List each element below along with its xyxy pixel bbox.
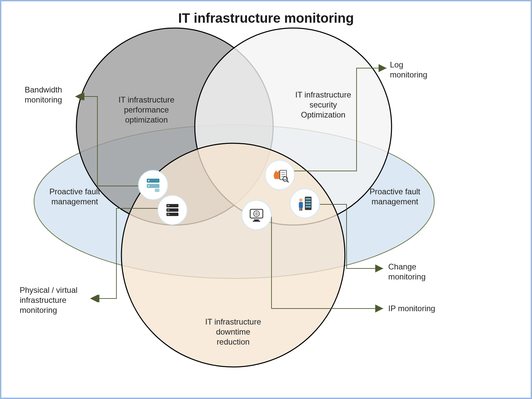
svg-rect-25 <box>306 206 311 208</box>
svg-rect-28 <box>300 208 301 211</box>
callout-change: Changemonitoring <box>388 262 445 282</box>
svg-point-26 <box>299 198 303 202</box>
svg-rect-18 <box>254 219 259 221</box>
label-security: IT infrastructuresecurityOptimization <box>278 90 368 120</box>
server-stack-icon <box>157 195 187 225</box>
svg-rect-27 <box>299 202 303 208</box>
svg-rect-22 <box>306 198 311 200</box>
diagram-frame: IT infrastructure monitoring <box>0 0 532 399</box>
svg-rect-9 <box>167 209 169 211</box>
callout-ip: IP monitoring <box>388 304 455 314</box>
svg-rect-4 <box>155 189 159 192</box>
label-proactive-left: Proactive faultmanagement <box>40 187 110 207</box>
callout-physical: Physical / virtualinfrastructuremonitori… <box>20 285 93 315</box>
svg-point-2 <box>148 180 149 181</box>
label-downtime: IT infrastructuredowntimereduction <box>188 317 278 347</box>
svg-rect-8 <box>167 205 169 206</box>
label-performance: IT infrastructureperformanceoptimization <box>101 95 191 125</box>
svg-rect-24 <box>306 203 311 205</box>
callout-bandwidth: Bandwidthmonitoring <box>25 85 80 105</box>
globe-monitor-icon <box>241 200 272 230</box>
label-proactive-right: Proactive faultmanagement <box>360 187 430 207</box>
svg-rect-19 <box>253 221 260 222</box>
firewall-log-icon <box>265 160 295 190</box>
svg-point-3 <box>148 185 149 187</box>
svg-rect-23 <box>306 201 311 202</box>
svg-rect-29 <box>301 208 302 211</box>
admin-server-icon <box>290 188 320 218</box>
svg-line-16 <box>287 181 289 182</box>
server-rack-icon <box>138 170 168 200</box>
svg-rect-10 <box>167 214 169 215</box>
callout-log: Logmonitoring <box>390 60 447 80</box>
